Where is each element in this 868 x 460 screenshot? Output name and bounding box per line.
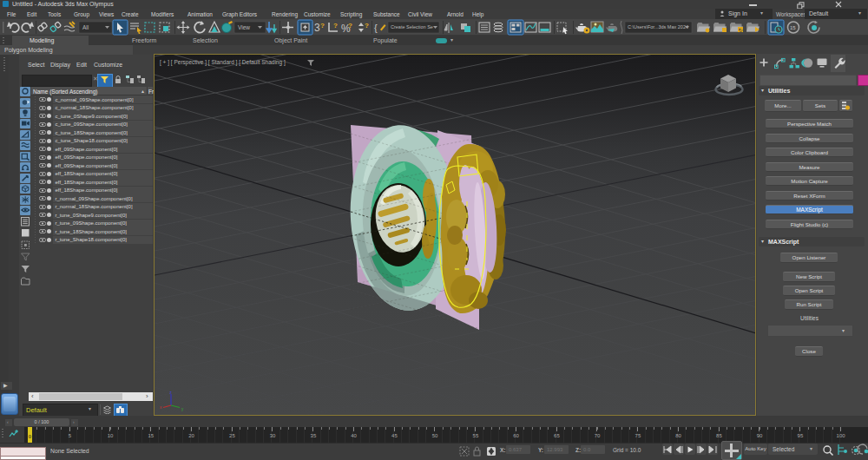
svg-text:All: All: [82, 24, 89, 30]
svg-text:?: ?: [333, 22, 338, 30]
svg-text:z: z: [170, 391, 173, 395]
svg-text:3: 3: [314, 22, 320, 34]
svg-text:y: y: [181, 407, 184, 411]
svg-text:↻: ↻: [739, 28, 743, 33]
svg-text:?: ?: [348, 22, 352, 30]
svg-text:C:\Users\For...3ds Max 2024: C:\Users\For...3ds Max 2024: [628, 24, 688, 30]
svg-text:Create Selection Se: Create Selection Se: [391, 24, 433, 30]
svg-text:{: {: [374, 23, 378, 33]
svg-text:View: View: [238, 24, 250, 30]
svg-text:x: x: [160, 405, 162, 410]
svg-text:15: 15: [790, 25, 796, 30]
svg-text:?: ?: [320, 22, 325, 30]
svg-text:?: ?: [365, 22, 369, 30]
